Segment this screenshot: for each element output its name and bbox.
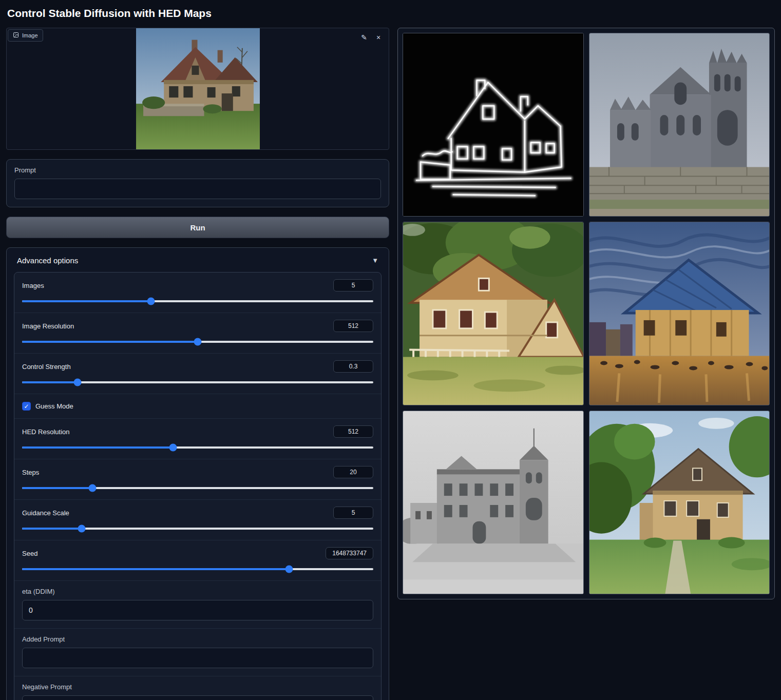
slider-fill xyxy=(22,568,289,570)
slider-handle[interactable] xyxy=(74,379,82,386)
edit-icon: ✎ xyxy=(361,33,367,42)
advanced-options-title: Advanced options xyxy=(17,256,78,265)
image-icon xyxy=(13,32,19,39)
added-prompt-row: Added Prompt xyxy=(14,629,381,676)
gallery-item-hed-map[interactable] xyxy=(403,33,584,217)
eta-row: eta (DDIM) xyxy=(14,581,381,629)
slider-fill xyxy=(22,300,151,302)
slider-fill xyxy=(22,487,92,489)
guess-mode-checkbox[interactable]: ✓ xyxy=(22,402,31,411)
clear-image-button[interactable]: × xyxy=(372,31,385,44)
slider-fill xyxy=(22,341,198,343)
slider-label: Images xyxy=(22,282,44,289)
gallery-item-cathedral[interactable] xyxy=(589,33,770,217)
gallery-item-stylized-painting[interactable] xyxy=(589,222,770,405)
slider-label: HED Resolution xyxy=(22,428,70,436)
slider-row-images: Images 5 xyxy=(14,273,381,313)
image-input-label: Image xyxy=(8,29,43,42)
slider-track[interactable] xyxy=(22,487,373,489)
controls-column: Image ✎ × xyxy=(6,28,389,700)
gallery-item-grayscale-building[interactable] xyxy=(403,411,584,594)
slider-fill xyxy=(22,528,82,530)
slider-value-field[interactable]: 0.3 xyxy=(333,360,373,373)
slider-track[interactable] xyxy=(22,300,373,302)
guess-mode-row: ✓ Guess Mode xyxy=(14,394,381,419)
slider-label: Seed xyxy=(22,550,37,557)
advanced-options-form: Images 5 Image Resolution 512 xyxy=(14,272,382,700)
slider-handle[interactable] xyxy=(285,566,293,573)
slider-track[interactable] xyxy=(22,446,373,449)
slider-value-field[interactable]: 512 xyxy=(333,425,373,438)
slider-row-image-resolution: Image Resolution 512 xyxy=(14,313,381,354)
negative-prompt-label: Negative Prompt xyxy=(22,683,373,691)
slider-handle[interactable] xyxy=(169,444,177,452)
slider-fill xyxy=(22,446,173,449)
main-columns: Image ✎ × xyxy=(6,28,775,700)
slider-row-seed: Seed 1648733747 xyxy=(14,540,381,581)
uploaded-image-house xyxy=(136,28,260,150)
edit-image-button[interactable]: ✎ xyxy=(358,31,370,44)
slider-value-field[interactable]: 20 xyxy=(333,466,373,478)
slider-label: Image Resolution xyxy=(22,322,74,330)
slider-label: Control Strength xyxy=(22,363,71,371)
image-input-label-text: Image xyxy=(22,32,38,38)
check-icon: ✓ xyxy=(24,403,29,410)
app-page: Control Stable Diffusion with HED Maps I… xyxy=(0,0,781,700)
slider-row-hed-resolution: HED Resolution 512 xyxy=(14,419,381,459)
prompt-input[interactable] xyxy=(14,179,381,199)
prompt-panel: Prompt xyxy=(6,159,389,207)
slider-value-field[interactable]: 512 xyxy=(333,320,373,332)
slider-value-field[interactable]: 1648733747 xyxy=(326,547,373,559)
slider-label: Guidance Scale xyxy=(22,509,69,517)
page-title: Control Stable Diffusion with HED Maps xyxy=(6,5,775,28)
eta-input[interactable] xyxy=(22,600,373,620)
slider-row-steps: Steps 20 xyxy=(14,459,381,500)
prompt-label: Prompt xyxy=(14,166,381,174)
slider-value-field[interactable]: 5 xyxy=(333,279,373,291)
gallery-item-house-trees[interactable] xyxy=(589,411,770,594)
gallery-item-house-painting[interactable] xyxy=(403,222,584,405)
run-button[interactable]: Run xyxy=(6,217,389,238)
slider-track[interactable] xyxy=(22,568,373,570)
advanced-options-header[interactable]: Advanced options ▼ xyxy=(14,255,382,272)
eta-label: eta (DDIM) xyxy=(22,588,373,595)
guess-mode-label: Guess Mode xyxy=(35,402,73,410)
slider-track[interactable] xyxy=(22,341,373,343)
close-icon: × xyxy=(376,33,380,42)
slider-value-field[interactable]: 5 xyxy=(333,507,373,519)
added-prompt-input[interactable] xyxy=(22,648,373,668)
advanced-options-accordion: Advanced options ▼ Images 5 xyxy=(6,247,389,700)
image-upload[interactable]: Image ✎ × xyxy=(6,28,389,150)
slider-row-control-strength: Control Strength 0.3 xyxy=(14,354,381,394)
slider-row-guidance-scale: Guidance Scale 5 xyxy=(14,500,381,540)
slider-handle[interactable] xyxy=(88,484,96,492)
slider-handle[interactable] xyxy=(78,525,86,533)
slider-handle[interactable] xyxy=(194,338,202,346)
results-column xyxy=(397,28,775,599)
output-gallery xyxy=(397,28,775,599)
negative-prompt-row: Negative Prompt xyxy=(14,676,381,700)
slider-track[interactable] xyxy=(22,381,373,383)
slider-handle[interactable] xyxy=(147,298,155,305)
slider-track[interactable] xyxy=(22,528,373,530)
image-actions: ✎ × xyxy=(358,31,385,44)
slider-label: Steps xyxy=(22,469,39,476)
added-prompt-label: Added Prompt xyxy=(22,635,373,643)
negative-prompt-input[interactable] xyxy=(22,695,373,700)
slider-fill xyxy=(22,381,78,383)
chevron-down-icon: ▼ xyxy=(372,257,378,264)
